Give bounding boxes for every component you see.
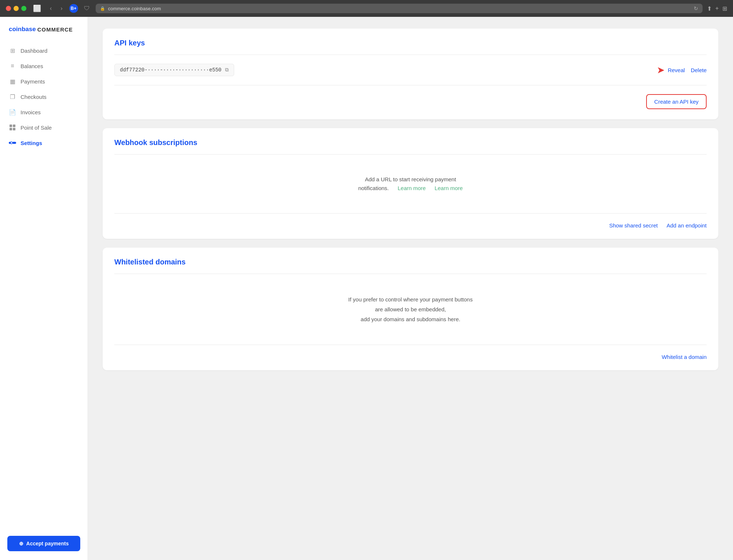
api-keys-section: API keys ddf77220-····-····-··········e5… (103, 29, 718, 119)
sidebar-item-balances[interactable]: ≡ Balances (0, 59, 88, 73)
maximize-button[interactable] (21, 6, 26, 11)
divider (114, 154, 707, 155)
pos-icon (9, 124, 16, 131)
divider (114, 85, 707, 85)
sidebar-item-dashboard[interactable]: ⊞ Dashboard (0, 43, 88, 58)
payments-icon: ▦ (9, 78, 16, 85)
whitelisted-title: Whitelisted domains (114, 258, 707, 266)
copy-icon[interactable]: ⧉ (225, 67, 229, 73)
sidebar-item-label: Settings (21, 140, 42, 146)
svg-point-7 (12, 142, 14, 144)
settings-icon (9, 139, 16, 147)
nav-items: ⊞ Dashboard ≡ Balances ▦ Payments ❐ Chec… (0, 43, 88, 530)
accept-payments-button[interactable]: ⊕ Accept payments (7, 536, 80, 551)
browser-chrome: ⬜ ‹ › B+ 🛡 🔒 commerce.coinbase.com ↻ ⬆ +… (0, 0, 733, 17)
learn-more-link[interactable]: Learn more (390, 170, 433, 206)
svg-rect-0 (10, 125, 12, 127)
show-shared-secret-link[interactable]: Show shared secret (609, 222, 658, 229)
sidebar-item-payments[interactable]: ▦ Payments (0, 74, 88, 89)
invoices-icon: 📄 (9, 108, 16, 116)
api-key-row: ddf77220-····-····-··········e550 ⧉ ➤ Re… (114, 61, 707, 79)
webhook-title: Webhook subscriptions (114, 138, 707, 147)
sidebar-item-label: Checkouts (21, 94, 47, 100)
sidebar-item-invoices[interactable]: 📄 Invoices (0, 105, 88, 119)
api-keys-title: API keys (114, 39, 707, 47)
divider (114, 274, 707, 274)
webhook-empty-text-line2: notifications. (358, 185, 388, 191)
domains-empty-line2: are allowed to be embedded, (375, 306, 446, 312)
logo-commerce: COMMERCE (37, 26, 73, 33)
shield-icon: 🛡 (82, 4, 91, 13)
sidebar-item-label: Dashboard (21, 48, 47, 54)
plus-icon: ⊕ (19, 541, 23, 546)
browser-actions: ⬆ + ⊞ (707, 5, 727, 12)
badge-label: B+ (71, 6, 77, 11)
logo: coinbase COMMERCE (0, 26, 88, 43)
api-key-actions: ➤ Reveal Delete (657, 64, 707, 76)
tab-overview-button[interactable]: ⊞ (722, 5, 727, 12)
reveal-annotation-arrow: ➤ (657, 64, 665, 76)
main-content: API keys ddf77220-····-····-··········e5… (88, 17, 733, 560)
api-key-text: ddf77220-····-····-··········e550 (120, 67, 221, 73)
logo-coinbase: coinbase (9, 26, 36, 33)
sidebar-item-settings[interactable]: Settings ➤ (0, 136, 88, 150)
reload-icon[interactable]: ↻ (694, 5, 698, 11)
svg-rect-1 (13, 125, 15, 127)
balances-icon: ≡ (9, 62, 16, 70)
sidebar-item-label: Balances (21, 63, 43, 69)
svg-rect-2 (10, 128, 12, 130)
sidebar-item-label: Invoices (21, 109, 41, 115)
whitelist-domain-link[interactable]: Whitelist a domain (662, 354, 707, 360)
api-key-value: ddf77220-····-····-··········e550 ⧉ (114, 64, 234, 76)
webhook-empty-state: Add a URL to start receiving payment not… (114, 160, 707, 207)
coinbase-extension-badge[interactable]: B+ (69, 4, 78, 13)
sidebar-item-checkouts[interactable]: ❐ Checkouts (0, 89, 88, 104)
sidebar-item-point-of-sale[interactable]: Point of Sale (0, 120, 88, 135)
share-button[interactable]: ⬆ (707, 5, 712, 12)
domains-empty-line1: If you prefer to control where your paym… (348, 296, 472, 303)
delete-link[interactable]: Delete (691, 67, 707, 73)
sidebar-item-label: Payments (21, 78, 45, 85)
forward-button[interactable]: › (58, 4, 65, 12)
domains-empty-state: If you prefer to control where your paym… (114, 280, 707, 339)
divider (114, 55, 707, 55)
lock-icon: 🔒 (100, 6, 105, 11)
whitelisted-domains-section: Whitelisted domains If you prefer to con… (103, 248, 718, 370)
domains-actions: Whitelist a domain (114, 351, 707, 360)
divider (114, 213, 707, 214)
webhook-section: Webhook subscriptions Add a URL to start… (103, 128, 718, 239)
create-api-key-button[interactable]: Create an API key (646, 94, 707, 109)
close-button[interactable] (6, 6, 11, 11)
domains-empty-line3: add your domains and subdomains here. (361, 316, 460, 322)
checkouts-icon: ❐ (9, 93, 16, 100)
sidebar-toggle-button[interactable]: ⬜ (31, 4, 43, 13)
add-endpoint-link[interactable]: Add an endpoint (667, 222, 707, 229)
svg-rect-3 (13, 128, 15, 130)
learn-more-text[interactable]: Learn more (435, 185, 463, 191)
new-tab-button[interactable]: + (715, 5, 719, 12)
sidebar: coinbase COMMERCE ⊞ Dashboard ≡ Balances… (0, 17, 88, 560)
app-container: coinbase COMMERCE ⊞ Dashboard ≡ Balances… (0, 17, 733, 560)
url-text: commerce.coinbase.com (108, 6, 161, 11)
divider (114, 345, 707, 345)
reveal-arrow-container: ➤ Reveal (657, 64, 685, 76)
reveal-link[interactable]: Reveal (668, 67, 685, 73)
svg-point-6 (11, 142, 12, 144)
accept-payments-label: Accept payments (26, 541, 69, 546)
sidebar-item-label: Point of Sale (21, 125, 52, 131)
dashboard-icon: ⊞ (9, 47, 16, 54)
url-bar[interactable]: 🔒 commerce.coinbase.com ↻ (96, 4, 703, 13)
webhook-actions: Show shared secret Add an endpoint (114, 219, 707, 229)
minimize-button[interactable] (14, 6, 19, 11)
traffic-lights (6, 6, 26, 11)
back-button[interactable]: ‹ (48, 4, 54, 12)
